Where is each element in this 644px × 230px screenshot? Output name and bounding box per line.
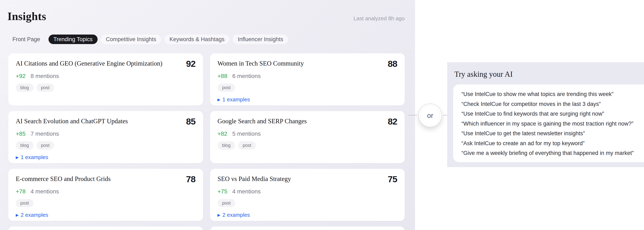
- trending-topic-card[interactable]: [210, 227, 405, 230]
- topic-score: 85: [186, 116, 196, 126]
- tags-row: post: [218, 84, 398, 92]
- mention-count: 4 mentions: [31, 188, 59, 195]
- tag-badge: post: [16, 199, 34, 207]
- score-delta: +75: [218, 188, 228, 195]
- ai-prompt: “Check IntelCue for competitor moves in …: [462, 99, 644, 109]
- ai-prompt: “Use IntelCue to show me what topics are…: [462, 89, 644, 99]
- insights-tabs: Front Page Trending Topics Competitive I…: [8, 34, 288, 44]
- examples-label: 1 examples: [222, 96, 250, 103]
- trending-topics-grid: AI Citations and GEO (Generative Engine …: [8, 53, 405, 230]
- tag-badge: post: [218, 84, 236, 92]
- play-icon: ▶: [218, 98, 220, 102]
- or-divider-ring: [420, 106, 440, 125]
- tags-row: post: [16, 199, 196, 207]
- last-analyzed-status: Last analyzed 8h ago: [354, 15, 405, 22]
- connector-line: [408, 115, 417, 115]
- mention-count: 4 mentions: [232, 188, 261, 195]
- tags-row: post: [218, 199, 398, 207]
- topic-title: E-commerce SEO and Product Grids: [16, 175, 177, 183]
- tags-row: blog post: [16, 84, 196, 92]
- insights-panel: Insights Last analyzed 8h ago Front Page…: [0, 0, 415, 230]
- tag-badge: blog: [16, 141, 34, 149]
- mentions-row: +88 6 mentions: [218, 73, 398, 79]
- trending-topic-card[interactable]: Google Search and SERP Changes 82 +82 5 …: [210, 111, 405, 163]
- score-delta: +82: [218, 130, 228, 137]
- score-delta: +92: [16, 73, 26, 79]
- mention-count: 7 mentions: [31, 130, 59, 137]
- tag-badge: blog: [218, 141, 236, 149]
- score-delta: +85: [16, 130, 26, 137]
- examples-toggle[interactable]: ▶ 1 examples: [218, 96, 250, 103]
- topic-title: Women in Tech SEO Community: [218, 60, 379, 67]
- trending-topic-card[interactable]: E-commerce SEO and Product Grids 78 +78 …: [8, 169, 203, 221]
- play-icon: ▶: [16, 213, 19, 217]
- page-title: Insights: [8, 10, 46, 23]
- tab-trending-topics[interactable]: Trending Topics: [48, 34, 98, 44]
- mention-count: 5 mentions: [232, 130, 261, 137]
- mention-count: 6 mentions: [232, 73, 261, 79]
- score-delta: +78: [16, 188, 26, 195]
- examples-toggle[interactable]: ▶ 2 examples: [218, 212, 250, 218]
- topic-score: 75: [388, 174, 397, 184]
- tag-badge: post: [218, 199, 236, 207]
- ai-prompt: “Ask IntelCue to create an ad for my top…: [462, 139, 644, 148]
- tags-row: blog post: [16, 141, 196, 149]
- topic-title: SEO vs Paid Media Strategy: [218, 175, 379, 183]
- ai-prompt: “Which influencer in my space is gaining…: [462, 119, 644, 129]
- score-delta: +88: [218, 73, 228, 79]
- mentions-row: +82 5 mentions: [218, 130, 398, 137]
- topic-score: 78: [186, 174, 196, 184]
- topic-score: 88: [388, 59, 397, 69]
- examples-label: 1 examples: [21, 154, 48, 160]
- ai-prompt: “Use IntelCue to find keywords that are …: [462, 109, 644, 119]
- play-icon: ▶: [218, 213, 220, 217]
- trending-topic-card[interactable]: [8, 227, 203, 230]
- tab-keywords-hashtags[interactable]: Keywords & Hashtags: [164, 34, 230, 44]
- tab-front-page[interactable]: Front Page: [8, 34, 45, 44]
- ai-suggestions-panel: Try asking your AI “Use IntelCue to show…: [447, 62, 644, 167]
- or-divider: or: [418, 104, 442, 127]
- examples-label: 2 examples: [21, 212, 48, 218]
- mention-count: 8 mentions: [31, 73, 59, 79]
- ai-panel-title: Try asking your AI: [454, 70, 513, 79]
- ai-prompt: “Give me a weekly briefing of everything…: [462, 148, 644, 158]
- ai-prompt-card: “Use IntelCue to show me what topics are…: [453, 84, 644, 162]
- examples-toggle[interactable]: ▶ 1 examples: [16, 154, 48, 160]
- mentions-row: +75 4 mentions: [218, 188, 398, 195]
- topic-score: 92: [186, 59, 196, 69]
- tag-badge: post: [36, 141, 54, 149]
- topic-title: AI Citations and GEO (Generative Engine …: [16, 60, 177, 67]
- tag-badge: post: [36, 84, 54, 92]
- tab-influencer-insights[interactable]: Influencer Insights: [233, 34, 288, 44]
- tags-row: blog post: [218, 141, 398, 149]
- examples-toggle[interactable]: ▶ 2 examples: [16, 212, 48, 218]
- tag-badge: post: [238, 141, 256, 149]
- trending-topic-card[interactable]: Women in Tech SEO Community 88 +88 6 men…: [210, 53, 405, 106]
- mentions-row: +85 7 mentions: [16, 130, 196, 137]
- play-icon: ▶: [16, 156, 19, 159]
- topic-title: AI Search Evolution and ChatGPT Updates: [16, 117, 177, 125]
- tab-competitive-insights[interactable]: Competitive Insights: [101, 34, 161, 44]
- topic-title: Google Search and SERP Changes: [218, 117, 379, 125]
- topic-score: 82: [388, 116, 397, 126]
- mentions-row: +92 8 mentions: [16, 73, 196, 79]
- trending-topic-card[interactable]: AI Citations and GEO (Generative Engine …: [8, 53, 203, 106]
- mentions-row: +78 4 mentions: [16, 188, 196, 195]
- ai-prompt: “Use IntelCue to get the latest newslett…: [462, 129, 644, 139]
- trending-topic-card[interactable]: SEO vs Paid Media Strategy 75 +75 4 ment…: [210, 169, 405, 221]
- trending-topic-card[interactable]: AI Search Evolution and ChatGPT Updates …: [8, 111, 203, 163]
- tag-badge: blog: [16, 84, 34, 92]
- examples-label: 2 examples: [222, 212, 250, 218]
